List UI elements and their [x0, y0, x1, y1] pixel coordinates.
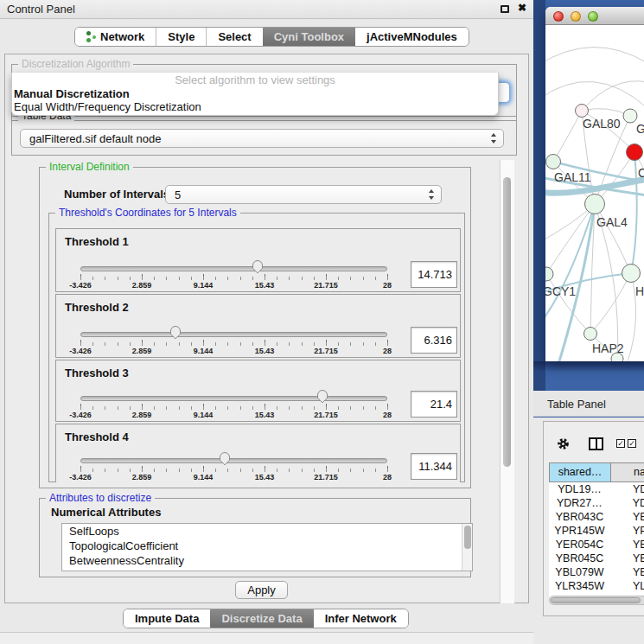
threshold-value-field[interactable]: 14.713 — [411, 261, 457, 288]
tick-label: 15.43 — [255, 473, 275, 481]
column-header-name[interactable]: na — [611, 463, 644, 481]
node-label: G. — [636, 122, 644, 136]
attributes-list[interactable]: SelfLoopsTopologicalCoefficientBetweenne… — [61, 523, 473, 571]
dropdown-option-manual[interactable]: Manual Discretization — [12, 87, 498, 100]
tab-label: Select — [218, 30, 251, 43]
network-view[interactable]: GAL80GAL11GAL4GCY1HAP2G.CH — [545, 25, 644, 361]
tab-select[interactable]: Select — [206, 28, 262, 46]
spinner-stepper-icon — [429, 189, 435, 200]
tab-cyni-toolbox[interactable]: Cyni Toolbox — [263, 28, 355, 46]
network-node[interactable] — [585, 194, 605, 214]
node-label: HAP2 — [592, 341, 624, 355]
table-row[interactable]: YPR145WYPR1 — [549, 524, 644, 538]
slider-track[interactable] — [80, 332, 387, 337]
scrollbar-thumb[interactable] — [464, 526, 471, 549]
table-cell: YER054C — [549, 538, 610, 552]
slider-thumb[interactable] — [252, 259, 264, 274]
slider-thumb[interactable] — [219, 451, 231, 466]
slider-track[interactable] — [80, 266, 387, 271]
attribute-item[interactable]: TopologicalCoefficient — [62, 539, 472, 553]
table-body: YDL19…YDL1YDR27…YDR2YBR043CYBR0YPR145WYP… — [549, 482, 644, 596]
tick-label: 9.144 — [194, 473, 214, 481]
scale-labels: -3.4262.8599.14415.4321.71528 — [56, 347, 460, 357]
table-panel-header: Table Panel — [533, 391, 644, 417]
num-intervals-spinner[interactable]: 5 — [165, 185, 442, 204]
tick-label: -3.426 — [69, 347, 92, 355]
tick-label: 21.715 — [314, 411, 338, 419]
network-edge — [545, 47, 644, 65]
table-cell: YBL079W — [549, 565, 610, 579]
tab-impute-data[interactable]: Impute Data — [124, 609, 210, 628]
apply-button[interactable]: Apply — [235, 581, 288, 599]
settings-scrollbar[interactable] — [500, 160, 514, 603]
bottom-tab-bar: Impute Data Discretize Data Infer Networ… — [123, 609, 409, 628]
network-node[interactable] — [545, 267, 553, 281]
table-row[interactable]: YBL079WYBL0 — [549, 565, 644, 579]
table-row[interactable]: YBR043CYBR0 — [549, 510, 644, 524]
settings-gear-icon[interactable] — [556, 437, 571, 451]
slider-thumb[interactable] — [169, 325, 182, 340]
attribute-item[interactable]: SelfLoops — [62, 524, 472, 539]
table-row[interactable]: YBR045CYBR0 — [549, 552, 644, 565]
threshold-value-field[interactable]: 21.4 — [411, 391, 457, 418]
column-header-shared-name[interactable]: shared… — [550, 463, 611, 481]
network-node[interactable] — [576, 105, 589, 118]
network-node[interactable] — [622, 265, 641, 283]
slider-track[interactable] — [80, 396, 387, 401]
slider-track[interactable] — [80, 458, 387, 463]
tick-label: 2.859 — [132, 347, 152, 355]
tab-style[interactable]: Style — [156, 28, 206, 46]
checkbox-icon[interactable]: ✓ — [628, 439, 636, 448]
checkbox-icon[interactable]: ✓ — [616, 439, 625, 448]
table-data-combobox[interactable]: galFiltered.sif default node — [20, 129, 504, 148]
tick-label: 9.144 — [194, 347, 214, 355]
table-row[interactable]: YDL19…YDL1 — [549, 482, 644, 496]
tick-label: 28 — [383, 347, 392, 355]
interval-definition-group: Interval Definition Number of Intervals … — [39, 167, 471, 488]
table-panel-title: Table Panel — [547, 398, 606, 411]
traffic-light-zoom[interactable] — [588, 11, 598, 22]
network-window-titlebar[interactable] — [545, 7, 644, 25]
float-window-icon[interactable] — [501, 5, 509, 13]
tab-infer-network[interactable]: Infer Network — [314, 609, 408, 628]
table-data-group: Table Data galFiltered.sif default node — [11, 116, 517, 156]
threshold-value-field[interactable]: 11.344 — [411, 453, 457, 480]
combobox-stepper-icon — [491, 133, 497, 143]
desktop-right-area: GAL80GAL11GAL4GCY1HAP2G.CH Table Panel ✓… — [533, 0, 644, 644]
tab-discretize-data[interactable]: Discretize Data — [210, 609, 313, 628]
traffic-light-close[interactable] — [553, 11, 564, 22]
table-row[interactable]: YER054CYER0 — [549, 538, 644, 552]
scale-labels: -3.4262.8599.14415.4321.71528 — [56, 411, 460, 421]
table-row[interactable]: YLR345WYLR3 — [549, 579, 644, 593]
columns-icon[interactable] — [589, 437, 603, 450]
network-edge — [631, 152, 637, 273]
table-row[interactable]: YDR27…YDR2 — [549, 496, 644, 510]
control-panel-titlebar: Control Panel ✖ — [0, 0, 533, 19]
close-icon[interactable]: ✖ — [518, 2, 526, 14]
slider-thumb[interactable] — [316, 389, 328, 404]
tick-label: 2.859 — [132, 411, 152, 419]
network-node[interactable] — [584, 328, 597, 341]
scrollbar-thumb[interactable] — [503, 177, 511, 467]
tick-label: 9.144 — [194, 411, 214, 419]
scrollbar-thumb[interactable] — [551, 597, 641, 603]
tick-label: 2.859 — [132, 281, 152, 290]
tab-label: Style — [168, 30, 194, 43]
network-node[interactable] — [627, 144, 643, 161]
tab-network[interactable]: Network — [75, 28, 156, 46]
tab-jactivemnodules[interactable]: jActiveMNodules — [355, 28, 469, 46]
tick-label: 15.43 — [255, 281, 275, 290]
list-scrollbar[interactable] — [462, 524, 472, 571]
table-hscrollbar[interactable] — [549, 596, 644, 605]
network-node[interactable] — [546, 155, 561, 169]
attribute-item[interactable]: BetweennessCentrality — [62, 553, 472, 568]
tick-label: -3.426 — [69, 281, 92, 290]
table-cell: YBR0 — [610, 510, 644, 524]
bottom-strip — [0, 632, 533, 644]
dropdown-option-equal-width[interactable]: Equal Width/Frequency Discretization — [12, 100, 498, 113]
network-node[interactable] — [623, 109, 637, 123]
tab-label: Impute Data — [135, 612, 199, 625]
slider-ticks — [80, 277, 388, 280]
traffic-light-minimize[interactable] — [571, 11, 581, 22]
threshold-value-field[interactable]: 6.316 — [411, 327, 457, 354]
